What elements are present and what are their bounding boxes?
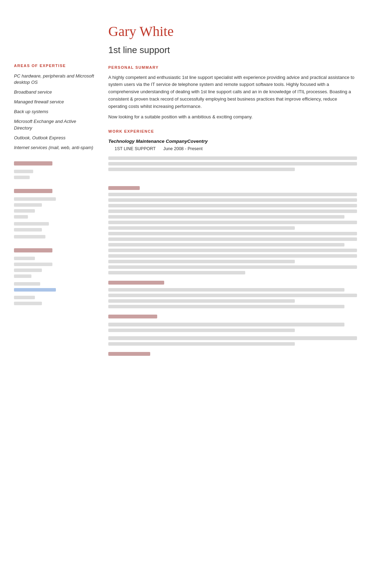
blur-line [108, 294, 357, 297]
edu-name-blurred-2 [108, 336, 357, 340]
job-entry-1: Technology Maintenance CompanyCoventry 1… [108, 138, 357, 356]
sidebar: AREAS OF EXPERTISE PC hardware, peripher… [14, 21, 105, 567]
sidebar-blurred-line [14, 302, 42, 305]
blur-line [108, 299, 295, 303]
sidebar-blurred-line [14, 215, 28, 219]
blurred-para-1 [108, 288, 357, 308]
work-experience-title: WORK EXPERIENCE [108, 128, 357, 134]
sidebar-blurred-section-1 [14, 161, 94, 179]
position-title: 1ST LINE SUPPORT [115, 146, 156, 151]
references-section [108, 352, 357, 356]
job-dates: June 2008 - Present [163, 146, 203, 151]
blur-line [108, 288, 344, 292]
personal-summary-title: PERSONAL SUMMARY [108, 65, 357, 71]
expertise-item-5: Microsoft Exchange and Active Directory [14, 118, 94, 131]
sidebar-blurred-contact-1 [14, 197, 94, 219]
education-section [108, 315, 357, 346]
blur-line [108, 193, 357, 196]
expertise-item-1: PC hardware, peripherals and Microsoft d… [14, 73, 94, 86]
sidebar-blurred-contact-3 [14, 235, 94, 238]
blur-line [108, 243, 344, 247]
blur-line [108, 204, 357, 207]
sidebar-blurred-line [14, 257, 35, 260]
sidebar-blurred-section-2 [14, 189, 94, 238]
sidebar-blurred-ref-2 [14, 282, 94, 292]
sidebar-blurred-line [14, 222, 49, 226]
blur-line [108, 198, 357, 202]
candidate-title: 1st line support [108, 43, 357, 57]
expertise-item-7: Internet services (mail, web, anti-spam) [14, 145, 94, 151]
sidebar-blurred-line [14, 263, 52, 266]
blur-line [108, 215, 344, 219]
blur-line [108, 254, 357, 258]
sidebar-blurred-line [14, 282, 40, 286]
edu-dates-blurred-2 [108, 342, 295, 346]
second-subsection [108, 281, 357, 308]
sub-section-title-blurred-2 [108, 281, 164, 285]
edu-item-2 [108, 336, 357, 346]
blur-line [108, 156, 357, 160]
sidebar-blurred-line [14, 176, 30, 179]
sidebar-blurred-line [14, 269, 42, 272]
sidebar-blurred-line [14, 296, 35, 299]
sidebar-blurred-title-1 [14, 161, 52, 166]
sidebar-blurred-link [14, 288, 56, 292]
company-name: Technology Maintenance CompanyCoventry [108, 138, 357, 145]
blur-line [108, 168, 295, 171]
blur-line [108, 265, 357, 269]
blur-line [108, 162, 357, 166]
blur-line [108, 260, 295, 263]
personal-summary-p2: Now looking for a suitable position with… [108, 113, 357, 121]
sidebar-blurred-title-2 [14, 189, 52, 193]
personal-summary-p1: A highly competent and enthusiastic 1st … [108, 74, 357, 110]
edu-item-1 [108, 323, 357, 332]
blur-line [108, 221, 357, 224]
references-title-blurred [108, 352, 150, 356]
sidebar-blurred-line [14, 170, 33, 173]
candidate-name: Gary White [108, 21, 357, 42]
blur-line [108, 249, 357, 252]
blur-line [108, 226, 295, 230]
blur-line [108, 271, 245, 274]
edu-dates-blurred [108, 329, 295, 332]
sidebar-blurred-line [14, 228, 42, 231]
blur-line [108, 210, 357, 213]
position-line: 1ST LINE SUPPORT June 2008 - Present [108, 146, 357, 152]
blur-line [108, 237, 357, 241]
blur-line [108, 305, 344, 308]
edu-name-blurred [108, 323, 344, 326]
expertise-item-4: Back up systems [14, 109, 94, 115]
personal-summary-block: A highly competent and enthusiastic 1st … [108, 74, 357, 121]
sidebar-blurred-ref-3 [14, 296, 94, 305]
sidebar-blurred-ref-1 [14, 257, 94, 278]
sidebar-blurred-line [14, 203, 42, 207]
areas-of-expertise-title: AREAS OF EXPERTISE [14, 63, 94, 69]
blur-line [108, 232, 357, 235]
sidebar-blurred-contact-2 [14, 222, 94, 231]
sidebar-blurred-line [14, 274, 31, 278]
expertise-item-2: Broadband service [14, 89, 94, 95]
expertise-item-6: Outlook, Outlook Express [14, 135, 94, 141]
main-content: Gary White 1st line support PERSONAL SUM… [105, 21, 357, 567]
sidebar-blurred-line [14, 197, 56, 201]
education-title-blurred [108, 315, 157, 318]
job-description-blurred [108, 156, 357, 275]
expertise-item-3: Managed firewall service [14, 99, 94, 105]
sub-section-blurred [108, 186, 357, 190]
page: AREAS OF EXPERTISE PC hardware, peripher… [0, 0, 371, 588]
sidebar-blurred-section-3 [14, 248, 94, 305]
sidebar-blurred-line [14, 209, 35, 213]
sidebar-blurred-line [14, 235, 45, 238]
sidebar-blurred-title-3 [14, 248, 52, 252]
work-experience-section: WORK EXPERIENCE Technology Maintenance C… [108, 128, 357, 356]
name-title-block: Gary White 1st line support [108, 21, 357, 57]
